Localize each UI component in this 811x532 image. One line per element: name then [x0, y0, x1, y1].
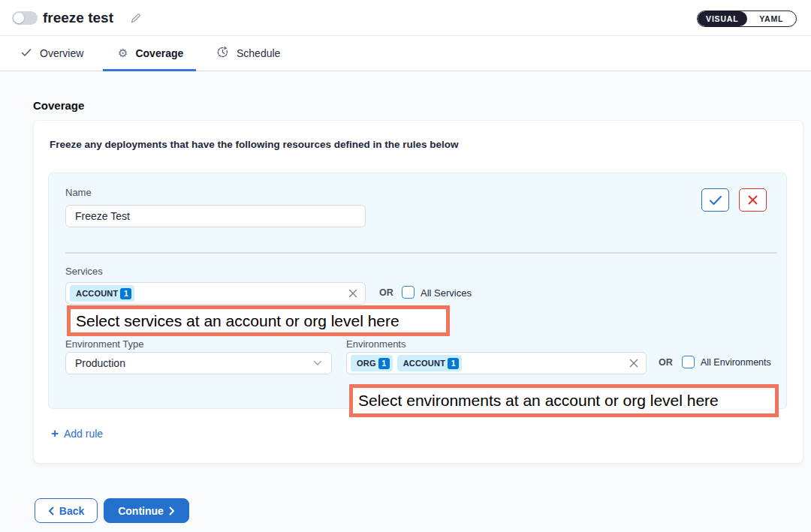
coverage-description: Freeze any deployments that have the fol… — [50, 139, 459, 150]
all-environments-label[interactable]: All Environments — [701, 357, 771, 368]
chip-count-badge: 1 — [120, 288, 131, 299]
back-button[interactable]: Back — [35, 498, 98, 523]
tab-coverage-label: Coverage — [135, 47, 183, 59]
plus-icon: + — [51, 427, 59, 440]
tab-schedule-label: Schedule — [237, 47, 280, 59]
chip-label: ACCOUNT — [76, 289, 118, 298]
add-rule-button[interactable]: + Add rule — [51, 427, 103, 440]
delete-x-icon — [748, 195, 758, 205]
chip-label: ORG — [357, 359, 376, 368]
rule-editor-card: Name Services ACCOUNT 1 OR All Services … — [48, 173, 787, 409]
schedule-clock-icon — [216, 46, 229, 61]
rule-name-input[interactable] — [65, 205, 366, 227]
rule-divider — [65, 252, 777, 254]
environments-multiselect[interactable]: ORG 1 ACCOUNT 1 — [346, 352, 647, 374]
gear-icon: ⚙ — [118, 48, 128, 59]
delete-rule-button[interactable] — [739, 188, 767, 212]
environment-type-value: Production — [75, 357, 125, 369]
tab-bar: Overview ⚙ Coverage Schedule — [0, 36, 811, 71]
all-services-checkbox[interactable] — [402, 286, 415, 299]
freeze-enabled-toggle[interactable] — [12, 11, 38, 25]
back-label: Back — [59, 505, 84, 517]
chevron-left-icon — [48, 506, 54, 515]
services-or-label: OR — [379, 287, 393, 298]
chevron-right-icon — [169, 506, 175, 515]
tab-overview-label: Overview — [40, 47, 83, 59]
continue-label: Continue — [118, 505, 164, 517]
coverage-section-title: Coverage — [33, 99, 84, 112]
visual-mode-button[interactable]: VISUAL — [698, 11, 747, 26]
environment-type-label: Environment Type — [65, 338, 144, 350]
services-clear-icon[interactable] — [348, 289, 357, 298]
page-title: freeze test — [43, 0, 113, 36]
confirm-check-icon — [709, 195, 722, 206]
toggle-knob — [14, 13, 24, 23]
chevron-down-icon — [313, 360, 322, 366]
environments-chip-account[interactable]: ACCOUNT 1 — [397, 355, 462, 371]
services-annotation-callout: Select services at an account or org lev… — [67, 305, 450, 336]
chip-label: ACCOUNT — [403, 359, 445, 368]
visual-yaml-toggle: VISUAL YAML — [697, 11, 797, 27]
yaml-mode-button[interactable]: YAML — [747, 11, 797, 26]
freeze-studio-page: freeze test VISUAL YAML Overview ⚙ Cover… — [0, 0, 811, 532]
top-bar: freeze test VISUAL YAML — [0, 0, 811, 36]
tab-coverage[interactable]: ⚙ Coverage — [118, 36, 183, 71]
check-icon — [20, 47, 32, 61]
services-multiselect[interactable]: ACCOUNT 1 — [65, 282, 366, 305]
services-chip-account[interactable]: ACCOUNT 1 — [70, 285, 134, 302]
chip-count-badge: 1 — [378, 358, 390, 369]
environments-chip-org[interactable]: ORG 1 — [351, 355, 393, 371]
continue-button[interactable]: Continue — [104, 498, 189, 523]
name-label: Name — [65, 187, 92, 198]
all-environments-checkbox[interactable] — [682, 356, 695, 368]
services-label: Services — [65, 266, 103, 277]
tab-overview[interactable]: Overview — [20, 36, 83, 71]
add-rule-label: Add rule — [64, 428, 103, 440]
all-services-label[interactable]: All Services — [421, 287, 472, 299]
confirm-rule-button[interactable] — [701, 188, 729, 212]
environment-type-select[interactable]: Production — [65, 352, 332, 374]
environments-annotation-callout: Select environments at an account or org… — [349, 384, 779, 417]
edit-title-pencil-icon[interactable] — [129, 11, 143, 25]
chip-count-badge: 1 — [448, 358, 459, 369]
environments-or-label: OR — [659, 357, 673, 368]
tab-schedule[interactable]: Schedule — [216, 36, 280, 71]
environments-label: Environments — [346, 338, 406, 350]
environments-clear-icon[interactable] — [629, 359, 638, 368]
